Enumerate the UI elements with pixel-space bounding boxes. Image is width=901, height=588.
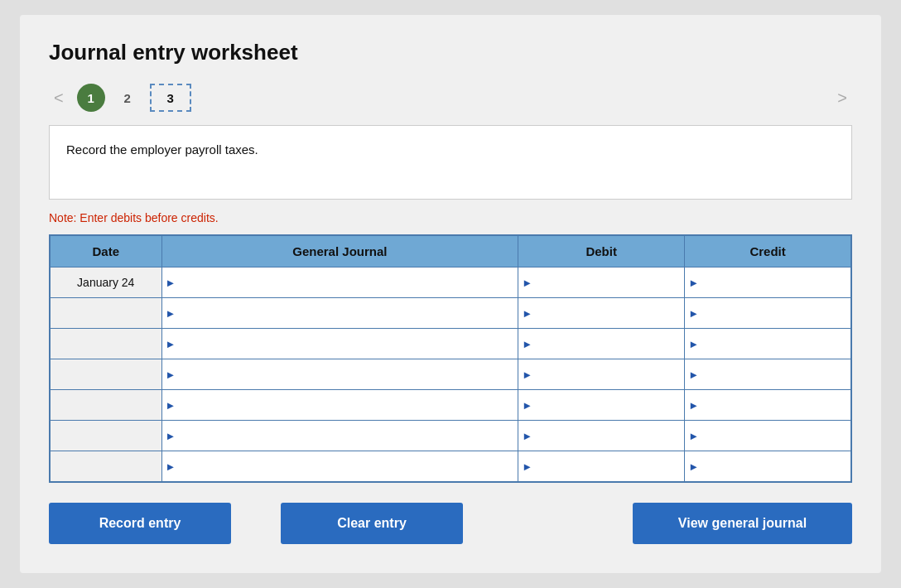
debit-input-6[interactable] xyxy=(536,421,684,451)
general-cell-5: ► xyxy=(161,390,518,421)
general-cell-3: ► xyxy=(161,329,518,359)
date-cell-5 xyxy=(50,390,161,421)
debit-input-3[interactable] xyxy=(536,329,684,359)
credit-cell-3: ► xyxy=(685,329,851,359)
date-cell-1: January 24 xyxy=(50,267,161,298)
header-debit: Debit xyxy=(518,235,685,267)
debit-arrow-4: ► xyxy=(518,369,536,381)
debit-cell-2: ► xyxy=(518,298,685,329)
table-row: January 24 ► ► ► xyxy=(50,267,851,298)
debit-cell-4: ► xyxy=(518,359,685,390)
credit-input-6[interactable] xyxy=(702,421,850,451)
debit-arrow-7: ► xyxy=(518,460,536,473)
debit-input-5[interactable] xyxy=(536,390,684,420)
general-cell-1: ► xyxy=(161,267,518,298)
instruction-box: Record the employer payroll taxes. xyxy=(49,125,852,200)
credit-cell-4: ► xyxy=(685,359,851,390)
credit-arrow-3: ► xyxy=(685,338,702,350)
next-arrow[interactable]: > xyxy=(832,87,852,109)
credit-arrow-2: ► xyxy=(685,307,702,320)
credit-arrow-5: ► xyxy=(685,399,702,412)
table-row: ► ► ► xyxy=(50,421,851,451)
step-1[interactable]: 1 xyxy=(77,84,105,112)
debit-cell-7: ► xyxy=(518,451,685,483)
general-input-4[interactable] xyxy=(179,359,518,389)
date-cell-7 xyxy=(50,451,161,483)
arrow-icon-5: ► xyxy=(162,399,180,412)
credit-input-7[interactable] xyxy=(702,451,850,481)
debit-cell-5: ► xyxy=(518,390,685,421)
credit-input-4[interactable] xyxy=(702,359,850,389)
instruction-text: Record the employer payroll taxes. xyxy=(66,142,258,157)
debit-cell-3: ► xyxy=(518,329,685,359)
general-input-3[interactable] xyxy=(179,329,518,359)
header-date: Date xyxy=(50,235,161,267)
credit-arrow-6: ► xyxy=(685,430,702,442)
record-entry-button[interactable]: Record entry xyxy=(49,503,231,544)
credit-cell-2: ► xyxy=(685,298,851,329)
credit-arrow-1: ► xyxy=(685,277,702,289)
table-row: ► ► ► xyxy=(50,329,851,359)
date-cell-6 xyxy=(50,421,161,451)
credit-input-1[interactable] xyxy=(702,267,850,297)
debit-cell-6: ► xyxy=(518,421,685,451)
arrow-icon-2: ► xyxy=(162,307,180,320)
view-general-journal-button[interactable]: View general journal xyxy=(633,503,852,544)
credit-cell-1: ► xyxy=(685,267,851,298)
date-cell-3 xyxy=(50,329,161,359)
general-cell-4: ► xyxy=(161,359,518,390)
credit-input-5[interactable] xyxy=(702,390,850,420)
credit-cell-6: ► xyxy=(685,421,851,451)
general-input-5[interactable] xyxy=(179,390,518,420)
debit-input-1[interactable] xyxy=(536,267,684,297)
debit-cell-1: ► xyxy=(518,267,685,298)
credit-input-3[interactable] xyxy=(702,329,850,359)
step-2[interactable]: 2 xyxy=(113,84,142,112)
arrow-icon-1: ► xyxy=(162,277,180,289)
debit-input-7[interactable] xyxy=(536,451,684,481)
general-cell-2: ► xyxy=(161,298,518,329)
step-navigation: < 1 2 3 > xyxy=(49,84,852,112)
general-input-6[interactable] xyxy=(179,421,518,451)
general-input-2[interactable] xyxy=(179,298,518,328)
arrow-icon-4: ► xyxy=(162,369,180,381)
debit-arrow-6: ► xyxy=(518,430,536,442)
step-3[interactable]: 3 xyxy=(150,84,191,112)
arrow-icon-7: ► xyxy=(162,460,180,473)
debit-arrow-2: ► xyxy=(518,307,536,320)
credit-input-2[interactable] xyxy=(702,298,850,328)
credit-cell-7: ► xyxy=(685,451,851,483)
note-text: Note: Enter debits before credits. xyxy=(49,211,852,224)
credit-arrow-4: ► xyxy=(685,369,702,381)
table-row: ► ► ► xyxy=(50,390,851,421)
page-title: Journal entry worksheet xyxy=(49,40,852,65)
debit-input-4[interactable] xyxy=(536,359,684,389)
general-cell-7: ► xyxy=(161,451,518,483)
prev-arrow[interactable]: < xyxy=(49,87,69,109)
credit-arrow-7: ► xyxy=(685,460,702,473)
general-input-7[interactable] xyxy=(179,451,518,481)
journal-table: Date General Journal Debit Credit Januar… xyxy=(49,234,852,483)
table-row: ► ► ► xyxy=(50,359,851,390)
general-input-1[interactable] xyxy=(179,267,518,297)
main-container: Journal entry worksheet < 1 2 3 > Record… xyxy=(20,15,881,573)
date-cell-2 xyxy=(50,298,161,329)
clear-entry-button[interactable]: Clear entry xyxy=(281,503,463,544)
credit-cell-5: ► xyxy=(685,390,851,421)
header-general-journal: General Journal xyxy=(161,235,518,267)
general-cell-6: ► xyxy=(161,421,518,451)
arrow-icon-6: ► xyxy=(162,430,180,442)
debit-arrow-1: ► xyxy=(518,277,536,289)
date-cell-4 xyxy=(50,359,161,390)
debit-input-2[interactable] xyxy=(536,298,684,328)
table-row: ► ► ► xyxy=(50,451,851,483)
button-row: Record entry Clear entry View general jo… xyxy=(49,503,852,544)
table-row: ► ► ► xyxy=(50,298,851,329)
header-credit: Credit xyxy=(685,235,851,267)
debit-arrow-3: ► xyxy=(518,338,536,350)
debit-arrow-5: ► xyxy=(518,399,536,412)
arrow-icon-3: ► xyxy=(162,338,180,350)
